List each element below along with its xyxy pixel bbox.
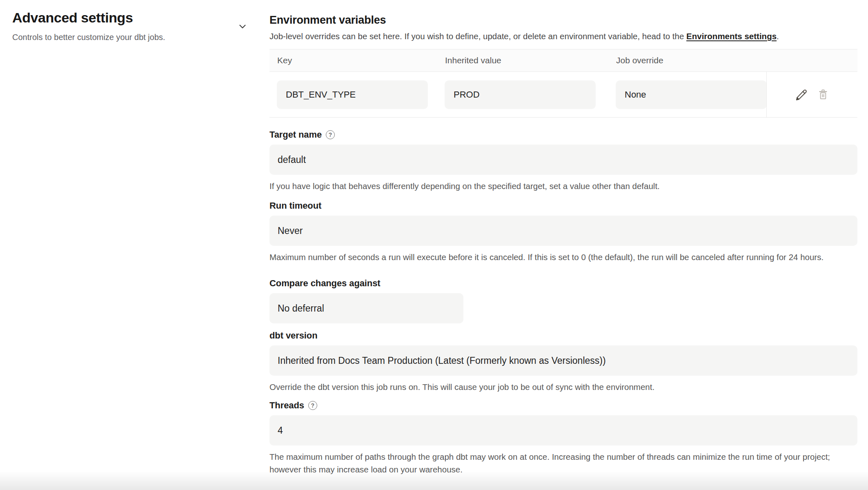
env-var-key-cell: DBT_ENV_TYPE: [269, 80, 437, 109]
help-icon[interactable]: ?: [308, 401, 317, 410]
description-text: Job-level overrides can be set here. If …: [269, 31, 686, 41]
edit-env-var-button[interactable]: [795, 89, 808, 101]
env-var-inherited-cell: PROD: [437, 80, 608, 109]
run-timeout-label-row: Run timeout: [269, 200, 857, 212]
env-var-key-field: DBT_ENV_TYPE: [277, 80, 428, 109]
target-name-label-row: Target name ?: [269, 129, 857, 140]
env-vars-table: Key Inherited value Job override DBT_ENV…: [269, 49, 857, 118]
compare-changes-input[interactable]: No deferral: [269, 293, 463, 323]
env-var-actions-cell: [766, 72, 857, 117]
env-var-row: DBT_ENV_TYPE PROD None: [269, 72, 857, 118]
dbt-version-input[interactable]: Inherited from Docs Team Production (Lat…: [269, 345, 857, 376]
dbt-version-label-row: dbt version: [269, 330, 857, 341]
field-compare-changes-against: Compare changes against No deferral: [269, 278, 857, 323]
delete-env-var-button[interactable]: [817, 89, 829, 100]
env-var-override-cell: None: [608, 80, 766, 109]
chevron-down-icon: [237, 21, 248, 32]
column-header-key: Key: [269, 56, 437, 65]
environments-settings-link[interactable]: Environments settings: [686, 31, 777, 41]
dbt-version-label: dbt version: [269, 330, 317, 341]
description-period: .: [777, 31, 779, 41]
run-timeout-input[interactable]: Never: [269, 216, 857, 246]
page-subtitle: Controls to better customize your dbt jo…: [12, 32, 269, 42]
page-title: Advanced settings: [12, 9, 269, 26]
left-panel: Advanced settings Controls to better cus…: [12, 9, 269, 42]
field-run-timeout: Run timeout Never Maximum number of seco…: [269, 200, 857, 263]
collapse-section-button[interactable]: [236, 20, 249, 33]
env-vars-table-header: Key Inherited value Job override: [269, 49, 857, 72]
threads-help-text: The maximum number of paths through the …: [269, 450, 857, 476]
run-timeout-label: Run timeout: [269, 200, 321, 211]
compare-changes-label-row: Compare changes against: [269, 278, 857, 289]
dbt-version-help-text: Override the dbt version this job runs o…: [269, 381, 857, 393]
env-vars-description: Job-level overrides can be set here. If …: [269, 30, 857, 42]
env-var-job-override-field: None: [616, 80, 767, 109]
target-name-label: Target name: [269, 129, 322, 140]
threads-label-row: Threads ?: [269, 400, 857, 411]
pencil-icon: [795, 89, 808, 101]
settings-panel: Environment variables Job-level override…: [269, 0, 857, 490]
target-name-input[interactable]: default: [269, 145, 857, 175]
column-header-actions: [766, 49, 857, 71]
run-timeout-help-text: Maximum number of seconds a run will exe…: [269, 251, 857, 263]
trash-icon: [817, 89, 829, 100]
column-header-inherited-value: Inherited value: [437, 56, 608, 65]
target-name-help-text: If you have logic that behaves different…: [269, 180, 857, 192]
env-vars-heading: Environment variables: [269, 13, 386, 27]
field-threads: Threads ? 4 The maximum number of paths …: [269, 400, 857, 476]
field-dbt-version: dbt version Inherited from Docs Team Pro…: [269, 330, 857, 393]
env-var-inherited-value-field: PROD: [445, 80, 596, 109]
help-icon[interactable]: ?: [326, 130, 335, 139]
threads-label: Threads: [269, 400, 304, 411]
compare-changes-label: Compare changes against: [269, 278, 381, 289]
column-header-job-override: Job override: [608, 56, 766, 65]
threads-input[interactable]: 4: [269, 415, 857, 445]
field-target-name: Target name ? default If you have logic …: [269, 129, 857, 192]
